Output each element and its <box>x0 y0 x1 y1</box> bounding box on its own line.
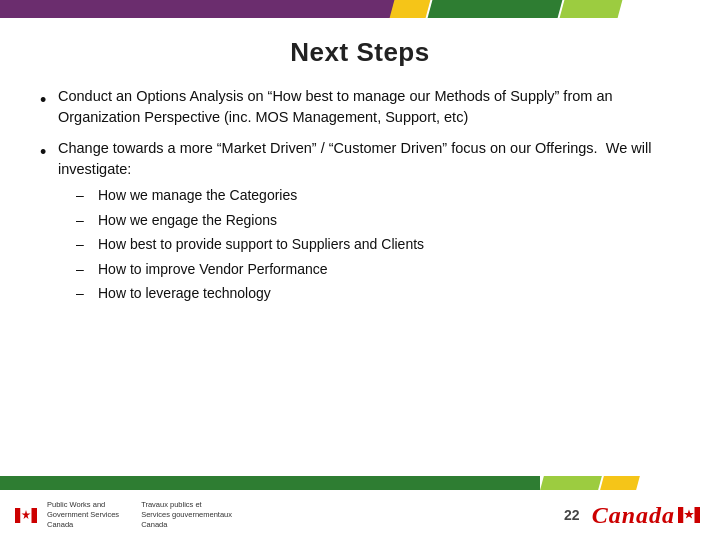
page-number: 22 <box>564 507 580 523</box>
bullet-dot-1: • <box>40 87 58 113</box>
bottom-bar-yellow <box>600 476 640 490</box>
footer: Public Works and Government Services Can… <box>0 490 720 540</box>
footer-org-french: Travaux publics et Services gouvernement… <box>141 500 232 529</box>
canada-wordmark-area: Canada <box>592 502 700 529</box>
top-decorative-bar <box>0 0 720 18</box>
bottom-bar-green-light <box>540 476 601 490</box>
top-bar-purple <box>0 0 396 18</box>
dash-3: – <box>76 235 94 255</box>
bullet-item-1: • Conduct an Options Analysis on “How be… <box>40 86 680 128</box>
sub-bullet-list: – How we manage the Categories – How we … <box>76 186 680 304</box>
bottom-decorative-bar <box>0 476 720 490</box>
slide-content: Next Steps • Conduct an Options Analysis… <box>40 25 680 470</box>
bullet-item-2: • Change towards a more “Market Driven” … <box>40 138 680 309</box>
canada-wordmark-text: Canada <box>592 502 675 529</box>
dash-1: – <box>76 186 94 206</box>
svg-rect-4 <box>678 507 684 523</box>
sub-bullet-item-4: – How to improve Vendor Performance <box>76 260 680 280</box>
bullet-text-2: Change towards a more “Market Driven” / … <box>58 138 680 309</box>
svg-rect-6 <box>695 507 701 523</box>
footer-logo-area: Public Works and Government Services Can… <box>15 500 232 529</box>
bottom-bar-green-dark <box>0 476 540 490</box>
top-bar-green-light <box>559 0 621 18</box>
canada-flag-footer-icon <box>678 507 700 523</box>
sub-bullet-item-2: – How we engage the Regions <box>76 211 680 231</box>
bullet-dot-2: • <box>40 139 58 165</box>
top-bar-yellow <box>390 0 431 18</box>
bullet-text-1: Conduct an Options Analysis on “How best… <box>58 86 680 128</box>
dash-2: – <box>76 211 94 231</box>
sub-bullet-item-1: – How we manage the Categories <box>76 186 680 206</box>
svg-rect-2 <box>32 508 38 523</box>
svg-rect-0 <box>15 508 21 523</box>
dash-4: – <box>76 260 94 280</box>
top-bar-green-dark <box>428 0 562 18</box>
canada-flag-icon <box>15 508 37 523</box>
sub-bullet-item-3: – How best to provide support to Supplie… <box>76 235 680 255</box>
slide-title: Next Steps <box>40 37 680 68</box>
main-bullet-list: • Conduct an Options Analysis on “How be… <box>40 86 680 319</box>
dash-5: – <box>76 284 94 304</box>
footer-right-area: 22 Canada <box>564 502 700 529</box>
sub-bullet-item-5: – How to leverage technology <box>76 284 680 304</box>
footer-org-english: Public Works and Government Services Can… <box>47 500 119 529</box>
